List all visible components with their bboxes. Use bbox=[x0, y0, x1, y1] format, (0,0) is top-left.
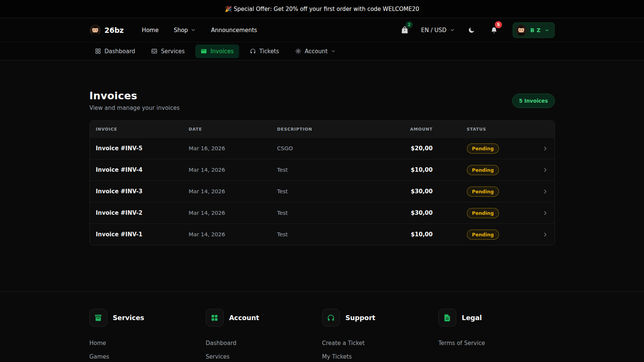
nav-shop[interactable]: Shop bbox=[174, 27, 196, 34]
theme-toggle-button[interactable] bbox=[465, 24, 478, 37]
status-badge: Pending bbox=[467, 186, 499, 197]
footer-link-create-ticket[interactable]: Create a Ticket bbox=[322, 337, 439, 350]
footer-link-terms[interactable]: Terms of Service bbox=[439, 337, 555, 350]
chevron-right-icon bbox=[542, 167, 548, 173]
locale-label: EN / USD bbox=[421, 27, 446, 34]
row-open-button[interactable] bbox=[527, 188, 548, 195]
subnav: Dashboard Services Invoices Tickets Acco… bbox=[0, 42, 644, 60]
footer-col-support: Support Create a Ticket My Tickets bbox=[322, 309, 439, 362]
notifications-button[interactable]: 5 bbox=[488, 24, 500, 37]
invoice-description: Test bbox=[277, 167, 368, 173]
status-badge: Pending bbox=[467, 165, 499, 175]
status-badge: Pending bbox=[467, 143, 499, 154]
chevron-down-icon bbox=[449, 27, 455, 33]
subnav-item-account[interactable]: Account bbox=[290, 45, 341, 58]
invoice-amount: $10,00 bbox=[368, 231, 433, 238]
footer-col-account: Account Dashboard Services Invoices bbox=[206, 309, 322, 362]
invoice-date: Mar 14, 2026 bbox=[189, 167, 277, 173]
dashboard-grid-icon bbox=[95, 48, 101, 54]
chevron-right-icon bbox=[542, 145, 548, 152]
user-name: B Z bbox=[530, 27, 541, 33]
subnav-item-tickets[interactable]: Tickets bbox=[244, 45, 284, 58]
brand[interactable]: 26bz bbox=[90, 25, 124, 36]
invoice-id: Invoice #INV-1 bbox=[96, 231, 189, 238]
col-header-description: Description bbox=[277, 127, 368, 132]
footer-col-title: Services bbox=[113, 314, 144, 322]
invoice-description: Test bbox=[277, 210, 368, 216]
invoice-count-badge[interactable]: 5 Invoices bbox=[512, 94, 555, 108]
brand-avatar bbox=[90, 25, 101, 36]
table-row[interactable]: Invoice #INV-1 Mar 14, 2026 Test $10,00 … bbox=[90, 223, 554, 245]
status-badge: Pending bbox=[467, 208, 499, 218]
footer-link-services[interactable]: Services bbox=[206, 350, 322, 362]
footer-col-legal: Legal Terms of Service bbox=[439, 309, 555, 362]
user-menu-button[interactable]: B Z bbox=[513, 22, 554, 38]
invoice-description: Test bbox=[277, 188, 368, 194]
col-header-amount: Amount bbox=[368, 127, 433, 132]
invoice-id: Invoice #INV-2 bbox=[96, 209, 189, 216]
chevron-right-icon bbox=[542, 210, 548, 216]
invoice-description: CSGO bbox=[277, 145, 368, 151]
invoice-amount: $30,00 bbox=[368, 209, 433, 216]
table-row[interactable]: Invoice #INV-3 Mar 14, 2026 Test $30,00 … bbox=[90, 180, 554, 202]
invoice-date: Mar 14, 2026 bbox=[189, 231, 277, 237]
invoices-table: Invoice Date Description Amount Status I… bbox=[90, 120, 555, 245]
wallet-icon bbox=[201, 48, 207, 54]
footer-link-my-tickets[interactable]: My Tickets bbox=[322, 350, 439, 362]
subnav-item-services[interactable]: Services bbox=[146, 45, 190, 58]
row-open-button[interactable] bbox=[527, 145, 548, 152]
services-box-icon bbox=[90, 309, 107, 327]
chevron-right-icon bbox=[542, 231, 548, 238]
invoice-status: Pending bbox=[433, 165, 527, 175]
nav-home[interactable]: Home bbox=[142, 27, 159, 34]
support-headphones-icon bbox=[322, 309, 340, 327]
table-row[interactable]: Invoice #INV-2 Mar 14, 2026 Test $30,00 … bbox=[90, 202, 554, 223]
legal-document-icon bbox=[439, 309, 456, 327]
table-header-row: Invoice Date Description Amount Status bbox=[90, 121, 554, 137]
services-box-icon bbox=[151, 48, 158, 54]
chevron-right-icon bbox=[542, 188, 548, 195]
table-row[interactable]: Invoice #INV-5 Mar 16, 2026 CSGO $20,00 … bbox=[90, 137, 554, 159]
main-content: Invoices View and manage your invoices 5… bbox=[90, 90, 555, 245]
footer-col-title: Support bbox=[346, 314, 375, 322]
invoice-description: Test bbox=[277, 231, 368, 237]
gear-icon bbox=[295, 48, 301, 54]
invoice-id: Invoice #INV-4 bbox=[96, 166, 189, 173]
navbar: 26bz Home Shop Announcements 2 EN / USD bbox=[0, 18, 644, 42]
footer: Services Home Games VPS Account Dashboar… bbox=[0, 291, 644, 362]
invoice-status: Pending bbox=[433, 186, 527, 197]
status-badge: Pending bbox=[467, 230, 499, 240]
cart-count-badge: 2 bbox=[406, 21, 413, 28]
footer-col-title: Account bbox=[229, 314, 259, 322]
invoice-date: Mar 14, 2026 bbox=[189, 188, 277, 194]
invoice-status: Pending bbox=[433, 143, 527, 154]
chevron-down-icon bbox=[190, 27, 196, 33]
brand-name: 26bz bbox=[105, 26, 124, 34]
row-open-button[interactable] bbox=[527, 210, 548, 216]
col-header-invoice: Invoice bbox=[96, 127, 189, 132]
announcement-text: 🎉 Special Offer: Get 20% off your first … bbox=[225, 6, 419, 12]
locale-selector[interactable]: EN / USD bbox=[421, 27, 455, 34]
cart-button[interactable]: 2 bbox=[398, 24, 411, 37]
invoice-amount: $20,00 bbox=[368, 145, 433, 152]
chevron-down-icon bbox=[331, 49, 336, 54]
invoice-id: Invoice #INV-5 bbox=[96, 145, 189, 152]
headphones-icon bbox=[250, 48, 256, 54]
footer-link-home[interactable]: Home bbox=[90, 337, 206, 350]
footer-link-games[interactable]: Games bbox=[90, 350, 206, 362]
table-row[interactable]: Invoice #INV-4 Mar 14, 2026 Test $10,00 … bbox=[90, 159, 554, 180]
row-open-button[interactable] bbox=[527, 231, 548, 238]
invoice-date: Mar 16, 2026 bbox=[189, 145, 277, 151]
main-nav: Home Shop Announcements bbox=[142, 27, 257, 34]
subnav-item-dashboard[interactable]: Dashboard bbox=[90, 45, 141, 58]
nav-announcements[interactable]: Announcements bbox=[211, 27, 257, 34]
invoice-date: Mar 14, 2026 bbox=[189, 210, 277, 216]
row-open-button[interactable] bbox=[527, 167, 548, 173]
col-header-status: Status bbox=[433, 127, 527, 132]
user-avatar bbox=[516, 25, 527, 36]
subnav-item-invoices[interactable]: Invoices bbox=[195, 45, 239, 58]
footer-link-dashboard[interactable]: Dashboard bbox=[206, 337, 322, 350]
invoice-id: Invoice #INV-3 bbox=[96, 188, 189, 195]
invoice-status: Pending bbox=[433, 230, 527, 240]
col-header-date: Date bbox=[189, 127, 277, 132]
